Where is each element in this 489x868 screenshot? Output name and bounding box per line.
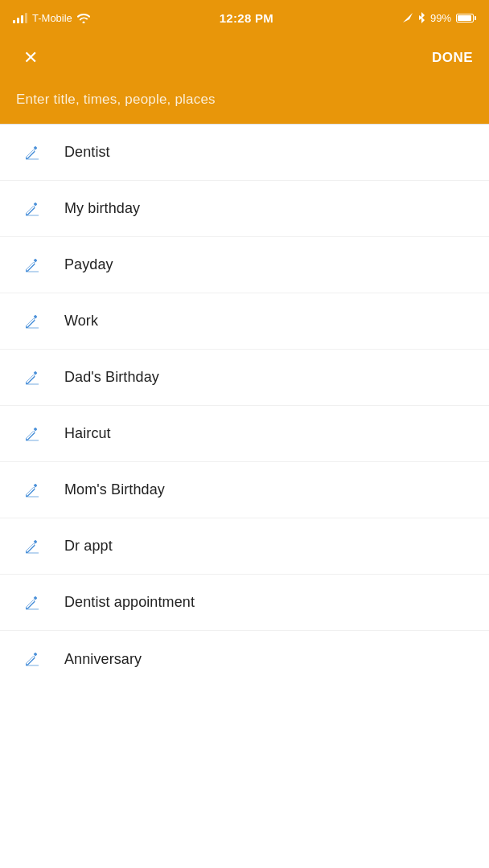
edit-icon — [16, 418, 48, 450]
item-label: Mom's Birthday — [64, 481, 165, 498]
edit-icon — [16, 305, 48, 338]
item-label: Anniversary — [64, 651, 142, 668]
item-label: Payday — [64, 256, 113, 273]
list-item[interactable]: Haircut — [0, 406, 489, 462]
item-label: My birthday — [64, 200, 140, 217]
list-item[interactable]: Mom's Birthday — [0, 462, 489, 518]
bluetooth-icon — [417, 12, 425, 23]
edit-icon — [16, 643, 48, 675]
list-item[interactable]: Dad's Birthday — [0, 350, 489, 406]
list-item[interactable]: My birthday — [0, 181, 489, 237]
item-label: Dentist — [64, 144, 110, 161]
edit-icon — [16, 249, 48, 281]
status-right: 99% — [403, 12, 476, 24]
list-item[interactable]: Dr appt — [0, 518, 489, 575]
carrier-label: T-Mobile — [32, 12, 72, 24]
wifi-icon — [77, 13, 90, 23]
close-button[interactable]: ✕ — [16, 43, 45, 72]
signal-icon — [13, 12, 27, 23]
list-item[interactable]: Anniversary — [0, 631, 489, 687]
done-button[interactable]: DONE — [432, 50, 473, 66]
bottom-spacer — [0, 687, 489, 784]
battery-percent: 99% — [430, 12, 451, 24]
item-label: Dr appt — [64, 538, 113, 555]
list-item[interactable]: Dentist — [0, 125, 489, 181]
edit-icon — [16, 193, 48, 225]
list-container: Dentist My birthday Payday Work — [0, 125, 489, 687]
edit-icon — [16, 587, 48, 619]
item-label: Dad's Birthday — [64, 369, 159, 386]
list-item[interactable]: Work — [0, 293, 489, 350]
status-left: T-Mobile — [13, 12, 90, 24]
list-item[interactable]: Dentist appointment — [0, 575, 489, 631]
edit-icon — [16, 362, 48, 394]
item-label: Dentist appointment — [64, 594, 195, 611]
battery-icon — [456, 14, 476, 23]
status-bar: T-Mobile 12:28 PM 99% — [0, 0, 489, 35]
location-icon — [403, 13, 413, 23]
search-placeholder[interactable]: Enter title, times, people, places — [16, 92, 473, 108]
item-label: Haircut — [64, 425, 111, 442]
top-bar: ✕ DONE — [0, 35, 489, 80]
status-time: 12:28 PM — [220, 11, 273, 25]
search-area: Enter title, times, people, places — [0, 80, 489, 124]
edit-icon — [16, 137, 48, 169]
list-item[interactable]: Payday — [0, 237, 489, 293]
edit-icon — [16, 474, 48, 506]
item-label: Work — [64, 313, 98, 330]
edit-icon — [16, 530, 48, 563]
